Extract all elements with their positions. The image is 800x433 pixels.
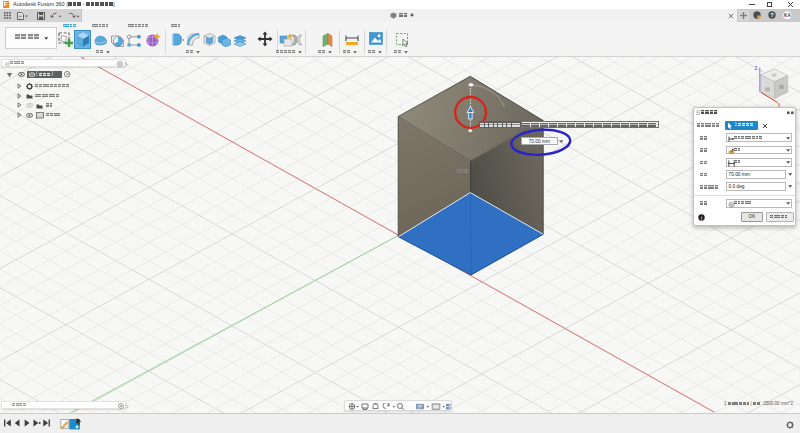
svg-text:Z: Z [755,66,758,71]
svg-text:?: ? [770,13,774,19]
svg-text:70.00: 70.00 [456,169,468,174]
svg-text:KA: KA [784,13,791,18]
svg-text:i: i [700,214,701,220]
